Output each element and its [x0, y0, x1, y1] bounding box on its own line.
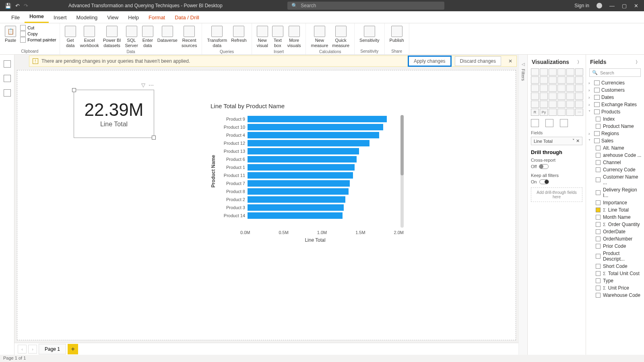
analytics-tab-icon[interactable] [560, 119, 568, 127]
ribbon-transform[interactable]: Transformdata [205, 25, 229, 49]
ribbon-refresh[interactable]: Refresh [229, 25, 248, 44]
viz-type-12[interactable] [531, 84, 539, 92]
viz-type-8[interactable] [549, 76, 557, 84]
viz-type-22[interactable] [566, 93, 574, 100]
viz-type-28[interactable] [566, 101, 574, 108]
table-customers[interactable]: ›Customers [588, 86, 642, 94]
field-month-name[interactable]: Month Name [596, 214, 642, 221]
collapse-viz-icon[interactable]: 〉 [577, 59, 582, 65]
page-tab[interactable]: Page 1 [39, 344, 66, 354]
viz-type-35[interactable]: ⋯ [575, 109, 583, 116]
paste-button[interactable]: 📋Paste [3, 25, 18, 44]
viz-type-21[interactable] [557, 93, 566, 100]
avatar[interactable] [597, 3, 602, 8]
ribbon-power-bi[interactable]: Power BIdatasets [101, 25, 123, 49]
drill-drop-zone[interactable]: Add drill-through fields here [531, 187, 582, 202]
maximize-icon[interactable]: ▢ [622, 3, 627, 9]
viz-type-23[interactable] [575, 93, 583, 100]
page-prev-button[interactable]: ‹ [18, 345, 27, 354]
table-sales[interactable]: ˅Sales [588, 137, 642, 144]
ribbon-more[interactable]: Morevisuals [286, 25, 303, 49]
viz-type-10[interactable] [566, 76, 574, 84]
tab-file[interactable]: File [6, 12, 25, 23]
field-short-code[interactable]: Short Code [596, 263, 642, 270]
ribbon-quick[interactable]: Quickmeasure [330, 25, 351, 49]
field-index[interactable]: Index [596, 115, 642, 123]
bar-chart-visual[interactable]: Line Total by Product Name Product Name … [211, 103, 404, 243]
field-well[interactable]: Line Total˅ ✕ [531, 137, 582, 145]
field-orderdate[interactable]: OrderDate [596, 228, 642, 235]
field-warehouse-code[interactable]: Warehouse Code [596, 292, 642, 299]
report-canvas[interactable]: ▽⋯ 22.39M Line Total Line Total by Produ… [17, 70, 516, 340]
ribbon-enter[interactable]: Enterdata [140, 25, 155, 49]
more-icon[interactable]: ⋯ [149, 82, 154, 88]
tab-data-drill[interactable]: Data / Drill [170, 12, 204, 23]
viz-type-7[interactable] [540, 76, 548, 84]
close-icon[interactable]: ✕ [634, 3, 638, 9]
data-view-icon[interactable] [4, 75, 11, 82]
field-order-quantity[interactable]: ΣOrder Quantity [596, 221, 642, 228]
field-type[interactable]: Type [596, 277, 642, 284]
card-visual[interactable]: ▽⋯ 22.39M Line Total [74, 90, 154, 138]
keep-filters-toggle[interactable] [539, 179, 549, 184]
minimize-icon[interactable]: — [609, 3, 615, 9]
copy-button[interactable]: Copy [20, 31, 56, 37]
ribbon-new[interactable]: Newmeasure [309, 25, 330, 49]
viz-type-30[interactable]: R [531, 109, 539, 116]
tab-insert[interactable]: Insert [49, 12, 72, 23]
field-delivery-region-i-[interactable]: Delivery Region I... [596, 186, 642, 199]
table-exchange-rates[interactable]: ›Exchange Rates [588, 101, 642, 108]
viz-type-26[interactable] [549, 101, 557, 108]
report-view-icon[interactable] [4, 60, 11, 68]
cross-report-toggle[interactable] [539, 164, 549, 169]
viz-type-3[interactable] [557, 68, 566, 76]
table-currencies[interactable]: ›Currencies [588, 79, 642, 86]
collapse-fields-icon[interactable]: 〉 [636, 59, 640, 65]
tab-view[interactable]: View [102, 12, 123, 23]
chevron-left-icon[interactable]: ◁ [522, 62, 525, 66]
field-ordernumber[interactable]: OrderNumber [596, 235, 642, 243]
undo-icon[interactable]: ↶ [15, 3, 20, 9]
viz-type-20[interactable] [549, 93, 557, 100]
field-line-total[interactable]: ΣLine Total [596, 206, 642, 214]
field-total-unit-cost[interactable]: ΣTotal Unit Cost [596, 270, 642, 277]
filter-icon[interactable]: ▽ [141, 82, 145, 88]
viz-type-31[interactable]: Py [540, 109, 548, 116]
viz-type-9[interactable] [557, 76, 566, 84]
table-dates[interactable]: ›Dates [588, 94, 642, 101]
ribbon-new[interactable]: Newvisual [255, 25, 270, 49]
chart-scrollbar[interactable] [400, 115, 404, 228]
viz-type-4[interactable] [566, 68, 574, 76]
save-icon[interactable]: 💾 [5, 3, 11, 9]
viz-type-32[interactable] [549, 109, 557, 116]
ribbon-recent[interactable]: Recentsources [180, 25, 199, 49]
viz-type-11[interactable] [575, 76, 583, 84]
viz-type-24[interactable] [531, 101, 539, 108]
viz-type-27[interactable] [557, 101, 566, 108]
global-search[interactable]: 🔍 Search [287, 2, 444, 10]
format-tab-icon[interactable] [545, 119, 553, 127]
ribbon-get[interactable]: Getdata [63, 25, 78, 49]
viz-type-29[interactable] [575, 101, 583, 108]
apply-changes-button[interactable]: Apply changes [408, 56, 452, 67]
signin-link[interactable]: Sign in [574, 3, 589, 8]
table-regions[interactable]: ›Regions [588, 130, 642, 137]
ribbon-publish[interactable]: Publish [388, 25, 406, 44]
field-unit-price[interactable]: ΣUnit Price [596, 284, 642, 292]
viz-type-17[interactable] [575, 84, 583, 92]
viz-type-14[interactable] [549, 84, 557, 92]
viz-type-0[interactable] [531, 68, 539, 76]
tab-home[interactable]: Home [25, 11, 49, 23]
field-alt-name[interactable]: Alt. Name [596, 144, 642, 152]
viz-type-19[interactable] [540, 93, 548, 100]
field-importance[interactable]: Importance [596, 199, 642, 206]
viz-type-18[interactable] [531, 93, 539, 100]
fields-tab-icon[interactable] [531, 119, 539, 127]
viz-type-2[interactable] [549, 68, 557, 76]
ribbon-text[interactable]: Textbox [270, 25, 285, 49]
table-products[interactable]: ˅Products [588, 108, 642, 115]
discard-changes-button[interactable]: Discard changes [455, 56, 501, 66]
format-painter-button[interactable]: Format painter [20, 37, 56, 43]
fields-search[interactable]: 🔍Search [589, 68, 641, 77]
viz-type-5[interactable] [575, 68, 583, 76]
